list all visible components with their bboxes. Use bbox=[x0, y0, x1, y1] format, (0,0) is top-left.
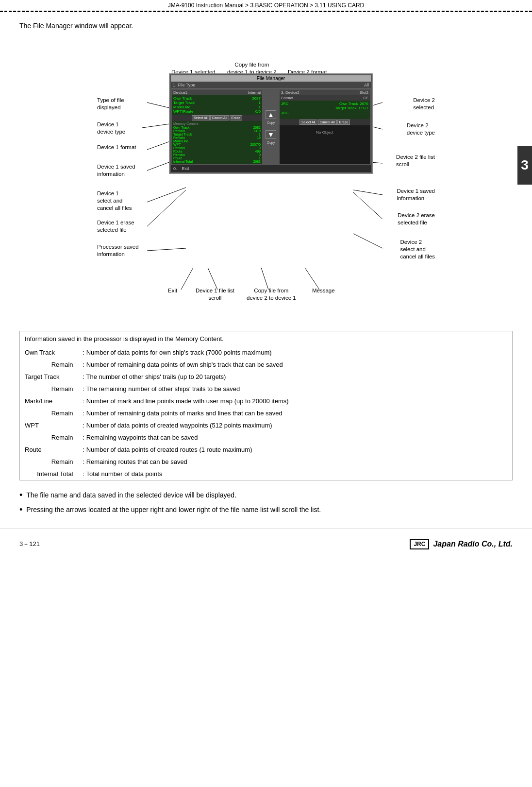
info-term-remain1: Remain bbox=[20, 359, 78, 371]
info-def-remain4: : Remaining waypoints that can be saved bbox=[78, 431, 513, 444]
info-def-total: : Total number of data points bbox=[78, 468, 513, 480]
annotation-device1-select: Device 1select andcancel all files bbox=[97, 190, 132, 212]
info-def-wpt: : Number of data points of created waypo… bbox=[78, 419, 513, 431]
fm-exit-row: 0. Exit bbox=[171, 165, 371, 172]
info-def-remain2: : The remaining number of other ships' t… bbox=[78, 383, 513, 395]
annotation-exit: Exit bbox=[168, 287, 177, 294]
info-def-route: : Number of data points of created route… bbox=[78, 444, 513, 456]
fm-left-panel: Device1 Internal Own Track2687 Target Tr… bbox=[172, 90, 262, 164]
diagram-wrapper: Device 1 selected Copy file fromdevice 1… bbox=[96, 39, 436, 331]
annotation-device2-type: Device 2device type bbox=[407, 122, 435, 137]
annotation-device1-saved-right: Device 1 savedinformation bbox=[397, 188, 435, 202]
info-def-remain5: : Remaining routes that can be saved bbox=[78, 456, 513, 468]
info-term-owntrack: Own Track bbox=[20, 346, 78, 359]
svg-line-19 bbox=[305, 268, 319, 290]
annotation-message: Message bbox=[312, 287, 335, 294]
fm-device2-files: JRC Own Track2676 Target Track1TGT JRC bbox=[280, 101, 370, 119]
annotation-device1-format: Device 1 format bbox=[97, 144, 136, 151]
fm-device1-files: Own Track2687 Target Track1 Mark/Line1 W… bbox=[172, 95, 262, 115]
svg-line-5 bbox=[147, 190, 186, 226]
info-table: Information saved in the processor is di… bbox=[19, 331, 513, 480]
annotation-type-of-file: Type of filedisplayed bbox=[97, 97, 124, 111]
annotation-device1-scroll: Device 1 file listscroll bbox=[196, 287, 234, 302]
info-def-targettrack: : The number of other ships' trails (up … bbox=[78, 371, 513, 383]
svg-line-18 bbox=[261, 268, 268, 290]
fm-device1-buttons: Select All Cancel All Erase bbox=[172, 115, 262, 121]
annotation-device1-type: Device 1device type bbox=[97, 121, 125, 136]
jrc-badge: JRC bbox=[410, 539, 429, 549]
annotation-device2-select: Device 2select andcancel all files bbox=[400, 239, 435, 260]
fm-device1-header: Device1 Internal bbox=[172, 90, 262, 95]
breadcrumb: JMA-9100 Instruction Manual > 3.BASIC OP… bbox=[0, 0, 532, 12]
info-term-remain4: Remain bbox=[20, 431, 78, 444]
logo-area: JRC Japan Radio Co., Ltd. bbox=[410, 539, 513, 549]
svg-line-14 bbox=[353, 192, 382, 219]
svg-line-16 bbox=[181, 268, 193, 290]
bullet-text-2: Pressing the arrows located at the upper… bbox=[26, 505, 321, 515]
info-term-total: Internal Total bbox=[20, 468, 78, 480]
info-term-remain2: Remain bbox=[20, 383, 78, 395]
chapter-tab: 3 bbox=[517, 146, 532, 185]
fm-memory-content: Memory Content Own Track2682 Remain7318 … bbox=[172, 121, 262, 164]
info-def-remain3: : Number of remaining data points of mar… bbox=[78, 407, 513, 419]
svg-line-13 bbox=[353, 190, 382, 195]
copy-up-label: Copy bbox=[267, 121, 275, 124]
annotation-device2-selected: Device 2selected bbox=[413, 97, 435, 111]
bullet-dot-2: • bbox=[19, 505, 22, 515]
fm-center-arrows: ▲ Copy ▼ Copy bbox=[263, 90, 279, 164]
annotation-processor-saved: Processor savedinformation bbox=[97, 243, 139, 258]
file-manager-screen: File Manager 1. File Type All Device1 bbox=[169, 73, 373, 174]
svg-line-6 bbox=[147, 248, 186, 251]
info-term-markline: Mark/Line bbox=[20, 395, 78, 407]
page-footer: 3－121 JRC Japan Radio Co., Ltd. bbox=[0, 529, 532, 559]
fm-title: File Manager bbox=[171, 75, 371, 82]
info-term-route: Route bbox=[20, 444, 78, 456]
svg-line-17 bbox=[208, 268, 217, 290]
copy-down-button[interactable]: ▼ bbox=[266, 130, 276, 139]
copy-up-button[interactable]: ▲ bbox=[266, 110, 276, 119]
info-term-remain3: Remain bbox=[20, 407, 78, 419]
intro-text: The File Manager window will appear. bbox=[19, 22, 513, 30]
copy-down-label: Copy bbox=[267, 141, 275, 144]
bullet-item-2: • Pressing the arrows located at the upp… bbox=[19, 505, 513, 515]
svg-line-4 bbox=[147, 188, 186, 202]
annotation-device1-saved: Device 1 savedinformation bbox=[97, 163, 135, 178]
bullet-text-1: The file name and data saved in the sele… bbox=[26, 490, 236, 500]
fm-device2-header: 3. Device2 Slot2 bbox=[280, 90, 370, 95]
info-intro: Information saved in the processor is di… bbox=[20, 331, 513, 347]
info-term-remain5: Remain bbox=[20, 456, 78, 468]
company-logo: Japan Radio Co., Ltd. bbox=[433, 540, 513, 548]
info-def-markline: : Number of mark and line points made wi… bbox=[78, 395, 513, 407]
page-number: 3－121 bbox=[19, 540, 40, 548]
annotation-device1-erase: Device 1 eraseselected file bbox=[97, 219, 134, 234]
bullet-section: • The file name and data saved in the se… bbox=[19, 490, 513, 515]
annotation-device2-erase: Device 2 eraseselected file bbox=[398, 212, 435, 226]
annotation-device2-scroll: Device 2 file listscroll bbox=[396, 154, 435, 168]
fm-format-row: Format CF bbox=[280, 95, 370, 101]
annotation-copy-d2-d1: Copy file fromdevice 2 to device 1 bbox=[247, 287, 296, 302]
fm-no-object: No Object bbox=[280, 125, 370, 154]
bullet-item-1: • The file name and data saved in the se… bbox=[19, 490, 513, 501]
fm-device2-buttons: Select All Cancel All Erase bbox=[280, 119, 370, 125]
info-def-owntrack: : Number of data points for own ship's t… bbox=[78, 346, 513, 359]
fm-right-panel: 3. Device2 Slot2 Format CF JRC bbox=[280, 90, 370, 164]
info-term-wpt: WPT bbox=[20, 419, 78, 431]
bullet-dot-1: • bbox=[19, 490, 22, 501]
info-def-remain1: : Number of remaining data points of own… bbox=[78, 359, 513, 371]
fm-filetype-row: 1. File Type All bbox=[171, 82, 371, 89]
svg-line-15 bbox=[353, 234, 382, 248]
info-term-targettrack: Target Track bbox=[20, 371, 78, 383]
